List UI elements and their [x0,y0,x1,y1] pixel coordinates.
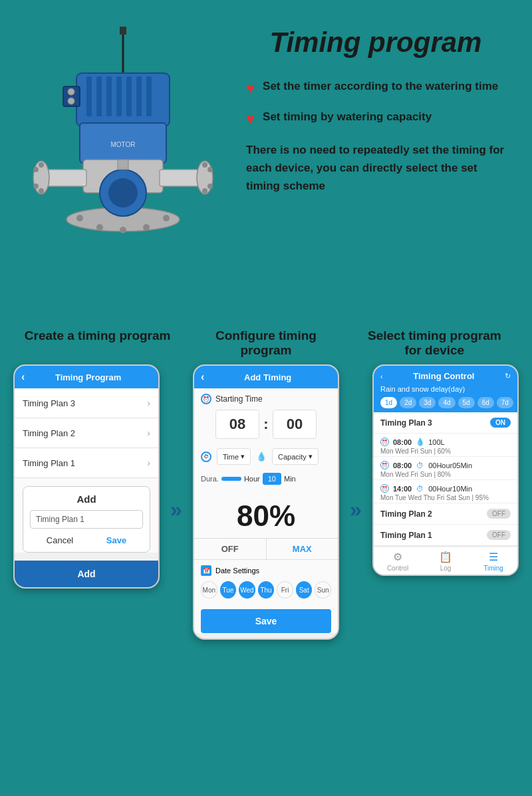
dura-label: Dura. [201,475,219,483]
svg-rect-7 [126,76,132,116]
svg-point-26 [202,162,207,168]
time-display: 08 : 00 [194,410,338,444]
timing-label: Timing [483,565,503,572]
day-pill-5d[interactable]: 5d [458,397,475,408]
day-pill-1d[interactable]: 1d [380,397,397,408]
add-dialog-input[interactable]: Timing Plan 1 [30,510,143,529]
plan3-row-label: Timing Plan 3 [380,418,432,428]
step-title-1: Create a timing program [21,329,174,358]
schedule-days-3: Mon Tue Wed Thu Fri Sat Sun | 95% [380,494,511,501]
svg-point-24 [207,167,213,172]
phone-3-header: ‹ Timing Control ↻ Rain and snow delay(d… [374,366,517,412]
day-tue[interactable]: Tue [220,581,237,598]
schedule-clock-icon-2: ⏰ [380,461,389,469]
off-max-row: OFF MAX [194,538,338,560]
heart-icon-1: ♥ [246,80,255,97]
phone-1-container: ‹ Timing Program Timing Plan 3 › Timing … [13,364,160,589]
drop-icon: 💧 [256,452,267,462]
day-thu[interactable]: Thu [258,581,275,598]
schedule-time-1: 08:00 [393,438,412,446]
day-fri[interactable]: Fri [277,581,293,598]
max-button[interactable]: MAX [267,539,338,559]
back-arrow-1[interactable]: ‹ [21,371,25,383]
off-button[interactable]: OFF [194,539,267,559]
svg-text:MOTOR: MOTOR [110,141,135,148]
chevron-right-icon-1: › [147,398,150,408]
phone-1-header: ‹ Timing Program [15,366,158,388]
bullet-item-2: ♥ Set timing by watering capacity [246,109,505,128]
plan2-row: Timing Plan 2 OFF [374,503,517,525]
day-pill-4d[interactable]: 4d [438,397,455,408]
calendar-icon: 📅 [201,565,211,576]
list-item-plan2[interactable]: Timing Plan 2 › [15,418,158,448]
list-item-plan3[interactable]: Timing Plan 3 › [15,388,158,418]
right-info: Timing program ♥ Set the timer according… [233,20,505,196]
day-pill-3d[interactable]: 3d [419,397,436,408]
percent-display: 80% [194,489,338,538]
phone-2: ‹ Add Timing ⏰ Starting Time 08 : 00 [193,364,339,640]
phone-3: ‹ Timing Control ↻ Rain and snow delay(d… [372,364,519,576]
capacity-arrow: ▾ [309,452,313,461]
refresh-icon[interactable]: ↻ [505,372,511,380]
svg-point-33 [163,215,170,221]
hour-display[interactable]: 08 [215,410,259,439]
schedule-time-row-2: ⏰ 08:00 ⏱ 00Hour05Min [380,461,511,469]
footer-log[interactable]: 📋 Log [422,551,469,572]
arrow-1: » [166,364,186,522]
delay-bar: Rain and snow delay(day) [380,384,511,394]
svg-rect-8 [136,76,142,116]
footer-control[interactable]: ⚙ Control [374,551,422,572]
svg-rect-5 [106,76,112,116]
day-sun[interactable]: Sun [315,581,331,598]
day-pills-row: 1d 2d 3d 4d 5d 6d 7d [380,397,511,408]
day-mon[interactable]: Mon [201,581,217,598]
arrow-symbol-1: » [170,497,182,522]
plan2-row-label: Timing Plan 2 [380,509,432,519]
bullet-text-1: Set the timer according to the watering … [263,78,498,94]
back-arrow-2[interactable]: ‹ [201,371,204,383]
list-item-plan1[interactable]: Timing Plan 1 › [15,448,158,478]
schedule-cap-2: 00Hour05Min [428,462,472,469]
chevron-right-icon-3: › [147,458,150,468]
plan2-toggle[interactable]: OFF [487,509,511,519]
svg-point-30 [96,224,103,231]
day-pill-6d[interactable]: 6d [477,397,494,408]
bottom-section: Create a timing program Configure timing… [0,315,532,660]
add-bottom-button[interactable]: Add [15,561,158,587]
day-pill-2d[interactable]: 2d [400,397,416,408]
svg-point-31 [120,227,126,233]
plan1-row: Timing Plan 1 OFF [374,525,517,546]
control-icon: ⚙ [393,551,402,563]
add-dialog-buttons: Cancel Save [30,535,143,545]
plan1-toggle[interactable]: OFF [487,530,511,540]
phone-3-container: ‹ Timing Control ↻ Rain and snow delay(d… [372,364,519,576]
day-wed[interactable]: Wed [239,581,255,598]
svg-rect-36 [118,160,128,170]
save-button-dialog[interactable]: Save [106,535,126,545]
duration-row: Dura. Hour 10 Min [194,469,338,489]
svg-point-12 [68,98,74,104]
ph3-top: ‹ Timing Control ↻ [380,371,511,381]
svg-point-20 [33,184,39,189]
day-sat[interactable]: Sat [296,581,313,598]
minute-display[interactable]: 00 [273,410,317,439]
day-pill-7d[interactable]: 7d [497,397,513,408]
hour-unit-label: Hour [244,475,260,483]
dura-value[interactable]: 10 [263,473,281,485]
capacity-dropdown[interactable]: Capacity ▾ [272,448,319,465]
days-row: Mon Tue Wed Thu Fri Sat Sun [201,581,331,598]
footer-timing[interactable]: ☰ Timing [469,551,517,572]
plan1-row-label: Timing Plan 1 [380,531,432,540]
step-title-3: Select timing program for device [358,329,511,358]
time-dropdown[interactable]: Time ▾ [217,448,251,465]
cancel-button[interactable]: Cancel [47,535,73,545]
save-button-timing[interactable]: Save [201,609,331,633]
phone-1-title: Timing Program [55,372,121,382]
schedule-days-1: Mon Wed Fri Sun | 60% [380,448,511,455]
schedule-days-2: Mon Wed Fri Sun | 80% [380,471,511,478]
time-colon: : [263,416,268,433]
date-settings-header: 📅 Date Settings [201,565,331,576]
svg-rect-9 [146,76,152,116]
plan3-toggle[interactable]: ON [490,418,511,428]
schedule-cap-3: 00Hour10Min [428,485,472,493]
